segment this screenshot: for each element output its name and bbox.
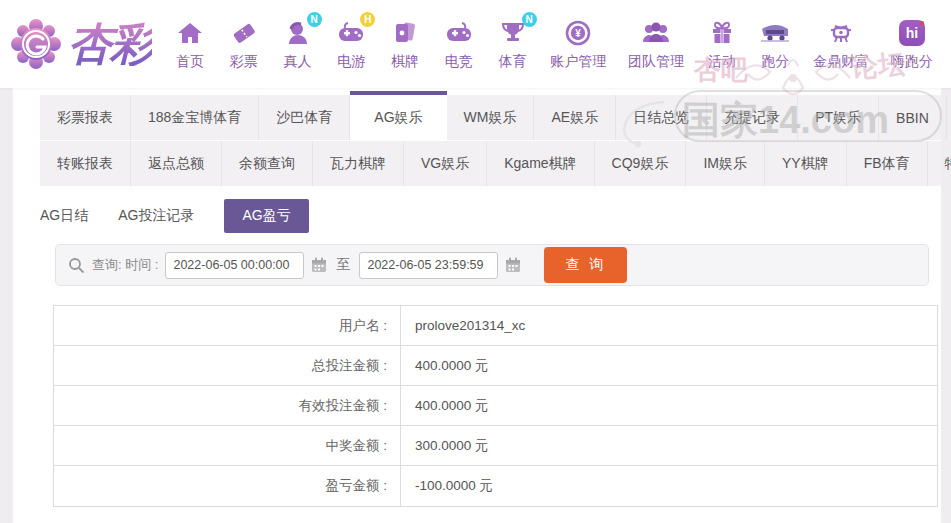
nav-item-esports[interactable]: 电竞 [443, 18, 475, 71]
nav-label: 团队管理 [628, 53, 684, 71]
sports-trophy-icon: N [497, 18, 529, 48]
esports-gamepad-icon [443, 18, 475, 48]
nav-item-lottery[interactable]: 彩票 [228, 18, 260, 71]
tab-im-entertainment[interactable]: IM娱乐 [686, 141, 765, 186]
tab-wm-entertainment[interactable]: WM娱乐 [447, 95, 535, 140]
tab-lottery-report[interactable]: 彩票报表 [40, 95, 131, 140]
lottery-ticket-icon [228, 18, 260, 48]
profit-loss-table: 用户名 : prolove201314_xc 总投注金额 : 400.0000 … [53, 305, 938, 507]
logo-flower-icon [10, 18, 62, 70]
treasure-ding-icon [825, 18, 857, 48]
nav-label: 活动 [708, 53, 736, 71]
badge-n: N [522, 12, 537, 27]
query-bar: 查询: 时间 : 至 查 询 [55, 244, 929, 286]
tab-bbin[interactable]: BBIN [879, 95, 947, 140]
row-value: 300.0000 元 [401, 426, 937, 465]
tab-pt-entertainment[interactable]: PT娱乐 [798, 95, 879, 140]
egame-gamepad-icon: H [335, 18, 367, 48]
badge-h: H [360, 12, 375, 27]
nav-label: 体育 [499, 53, 527, 71]
tab-transfer-report[interactable]: 转账报表 [40, 141, 131, 186]
query-time-label: 查询: 时间 : [92, 256, 158, 274]
table-row-win-amount: 中奖金额 : 300.0000 元 [54, 426, 937, 466]
nav-item-boardgames[interactable]: 棋牌 [389, 18, 421, 71]
gift-icon [706, 18, 738, 48]
nav-label: 金鼎财富 [813, 53, 869, 71]
svg-text:¥: ¥ [575, 28, 581, 39]
nav-item-activity[interactable]: 活动 [706, 18, 738, 71]
subtab-ag-profit-loss[interactable]: AG盈亏 [224, 199, 308, 233]
table-row-valid-bet: 有效投注金额 : 400.0000 元 [54, 386, 937, 426]
tab-188jbb-sports[interactable]: 188金宝博体育 [131, 95, 259, 140]
tab-ae-entertainment[interactable]: AE娱乐 [534, 95, 616, 140]
tab-rebate-total[interactable]: 返点总额 [131, 141, 222, 186]
calendar-to-icon[interactable] [505, 257, 521, 273]
row-label: 盈亏金额 : [54, 466, 401, 506]
tab-daily-overview[interactable]: 日结总览 [616, 95, 707, 140]
row-value: 400.0000 元 [401, 346, 937, 385]
report-tabbar: 彩票报表 188金宝博体育 沙巴体育 AG娱乐 WM娱乐 AE娱乐 日结总览 充… [40, 95, 941, 186]
site-logo[interactable]: 杏彩 [10, 18, 152, 70]
nav-item-team-mgmt[interactable]: 团队管理 [628, 18, 684, 71]
nav-item-live[interactable]: N 真人 [282, 18, 314, 71]
main-nav: 首页 彩票 N 真人 H 电游 棋牌 [166, 12, 937, 77]
row-label: 有效投注金额 : [54, 386, 401, 425]
table-row-total-bet: 总投注金额 : 400.0000 元 [54, 346, 937, 386]
nav-item-paofen[interactable]: 跑分 [760, 18, 792, 71]
nav-label: 真人 [284, 53, 312, 71]
tab-kgame[interactable]: Kgame棋牌 [487, 141, 594, 186]
row-value: 400.0000 元 [401, 386, 937, 425]
truck-icon [760, 18, 792, 48]
tab-balance-query[interactable]: 余额查询 [222, 141, 313, 186]
tab-ag-entertainment[interactable]: AG娱乐 [350, 91, 446, 140]
query-button[interactable]: 查 询 [544, 247, 627, 283]
team-icon [640, 18, 672, 48]
tab-deposit-withdraw[interactable]: 充提记录 [707, 95, 798, 140]
live-person-icon: N [282, 18, 314, 48]
nav-item-home[interactable]: 首页 [174, 18, 206, 71]
tab-account-change-report[interactable]: 账变报表 [947, 95, 951, 140]
date-from-input[interactable] [165, 252, 304, 279]
to-label: 至 [336, 256, 350, 274]
nav-label: 电游 [337, 53, 365, 71]
row-label: 中奖金额 : [54, 426, 401, 465]
tab-row-2: 转账报表 返点总额 余额查询 瓦力棋牌 VG娱乐 Kgame棋牌 CQ9娱乐 I… [40, 141, 941, 186]
row-value: prolove201314_xc [401, 306, 937, 345]
tab-fb-sports[interactable]: FB体育 [847, 141, 928, 186]
search-icon [68, 257, 85, 274]
calendar-from-icon[interactable] [311, 257, 327, 273]
tab-cq9[interactable]: CQ9娱乐 [595, 141, 687, 186]
date-to-input[interactable] [359, 252, 498, 279]
badge-n: N [307, 12, 322, 27]
nav-item-account-mgmt[interactable]: ¥ 账户管理 [550, 18, 606, 71]
tab-tetu-games[interactable]: 特兔棋牌 [928, 141, 951, 186]
tab-yy-games[interactable]: YY棋牌 [765, 141, 847, 186]
logo-text: 杏彩 [68, 22, 152, 66]
tab-row-1: 彩票报表 188金宝博体育 沙巴体育 AG娱乐 WM娱乐 AE娱乐 日结总览 充… [40, 95, 941, 140]
nav-label: 彩票 [230, 53, 258, 71]
nav-label: 首页 [176, 53, 204, 71]
nav-item-sports[interactable]: N 体育 [497, 18, 529, 71]
table-row-username: 用户名 : prolove201314_xc [54, 306, 937, 346]
subtab-ag-daily[interactable]: AG日结 [40, 199, 88, 233]
tab-wali-games[interactable]: 瓦力棋牌 [313, 141, 404, 186]
row-label: 用户名 : [54, 306, 401, 345]
account-coin-icon: ¥ [562, 18, 594, 48]
tab-vg-entertainment[interactable]: VG娱乐 [404, 141, 487, 186]
ag-subtabs: AG日结 AG投注记录 AG盈亏 [40, 199, 941, 233]
home-icon [174, 18, 206, 48]
subtab-ag-bet-records[interactable]: AG投注记录 [118, 199, 194, 233]
nav-item-egame[interactable]: H 电游 [335, 18, 367, 71]
top-header: 杏彩 首页 彩票 N 真人 H 电游 [0, 0, 951, 88]
nav-label: 棋牌 [391, 53, 419, 71]
nav-label: 电竞 [445, 53, 473, 71]
nav-item-hipaofen[interactable]: hi 嗨跑分 [891, 18, 933, 71]
row-value: -100.0000 元 [401, 466, 937, 506]
hi-app-icon: hi [896, 18, 928, 48]
row-label: 总投注金额 : [54, 346, 401, 385]
content-panel: 彩票报表 188金宝博体育 沙巴体育 AG娱乐 WM娱乐 AE娱乐 日结总览 充… [13, 88, 941, 523]
tab-shaba-sports[interactable]: 沙巴体育 [259, 95, 350, 140]
nav-item-jinding[interactable]: 金鼎财富 [813, 18, 869, 71]
table-row-profit-loss: 盈亏金额 : -100.0000 元 [54, 466, 937, 506]
nav-label: 嗨跑分 [891, 53, 933, 71]
